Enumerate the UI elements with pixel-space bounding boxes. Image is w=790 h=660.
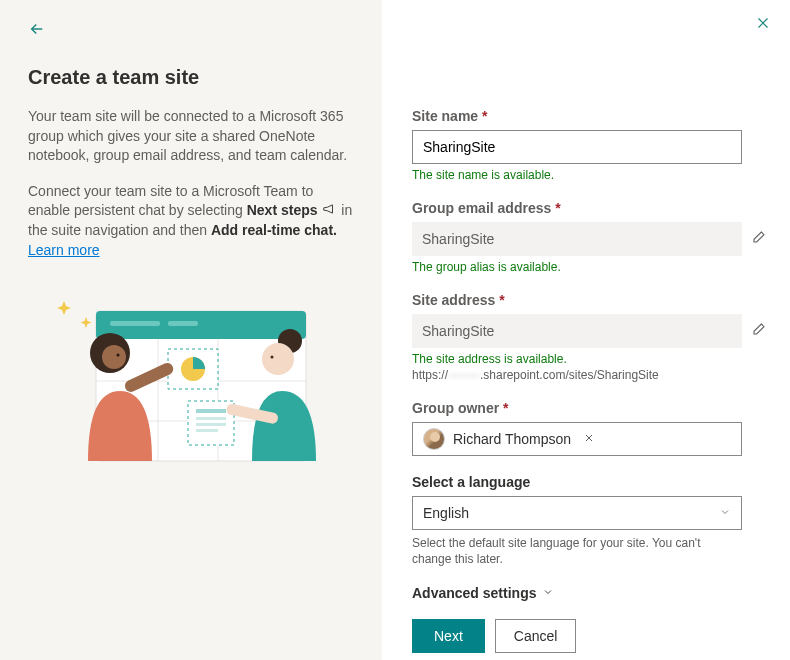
language-label: Select a language	[412, 474, 766, 490]
field-site-name: Site name * The site name is available.	[412, 108, 766, 182]
edit-site-address-button[interactable]	[750, 322, 766, 341]
avatar	[423, 428, 445, 450]
svg-rect-13	[196, 423, 226, 426]
next-button[interactable]: Next	[412, 619, 485, 653]
language-help: Select the default site language for you…	[412, 536, 742, 567]
group-email-label: Group email address *	[412, 200, 766, 216]
button-row: Next Cancel	[412, 619, 766, 653]
page-title: Create a team site	[28, 66, 354, 89]
site-address-value: SharingSite	[412, 314, 742, 348]
group-owner-label: Group owner *	[412, 400, 766, 416]
field-group-email: Group email address * SharingSite The gr…	[412, 200, 766, 274]
svg-rect-3	[168, 321, 198, 326]
back-button[interactable]	[28, 20, 48, 40]
field-site-address: Site address * SharingSite The site addr…	[412, 292, 766, 382]
group-email-validation: The group alias is available.	[412, 260, 766, 274]
illustration	[28, 291, 338, 481]
chevron-down-icon	[542, 585, 554, 601]
intro-paragraph-2: Connect your team site to a Microsoft Te…	[28, 182, 354, 261]
site-name-label: Site name *	[412, 108, 766, 124]
site-address-label: Site address *	[412, 292, 766, 308]
svg-point-16	[102, 345, 126, 369]
form-pane: Site name * The site name is available. …	[382, 0, 790, 660]
group-email-value: SharingSite	[412, 222, 742, 256]
owner-name: Richard Thompson	[453, 431, 571, 447]
intro-paragraph-1: Your team site will be connected to a Mi…	[28, 107, 354, 166]
site-name-input[interactable]	[412, 130, 742, 164]
owner-picker[interactable]: Richard Thompson	[412, 422, 742, 456]
cancel-button[interactable]: Cancel	[495, 619, 577, 653]
svg-rect-2	[110, 321, 160, 326]
site-address-validation: The site address is available.	[412, 352, 766, 366]
site-address-url: https://--------.sharepoint.com/sites/Sh…	[412, 368, 766, 382]
field-group-owner: Group owner * Richard Thompson	[412, 400, 766, 456]
svg-point-20	[262, 343, 294, 375]
edit-group-email-button[interactable]	[750, 230, 766, 249]
chevron-down-icon	[719, 505, 731, 521]
info-pane: Create a team site Your team site will b…	[0, 0, 382, 660]
svg-rect-12	[196, 417, 226, 420]
language-select[interactable]: English	[412, 496, 742, 530]
svg-rect-14	[196, 429, 218, 432]
remove-owner-button[interactable]	[583, 431, 595, 447]
megaphone-icon	[321, 202, 337, 222]
field-language: Select a language English Select the def…	[412, 474, 766, 567]
close-button[interactable]	[754, 14, 772, 35]
site-name-validation: The site name is available.	[412, 168, 766, 182]
advanced-settings-toggle[interactable]: Advanced settings	[412, 585, 766, 601]
svg-rect-11	[196, 409, 226, 413]
svg-point-17	[116, 353, 119, 356]
learn-more-link[interactable]: Learn more	[28, 242, 100, 258]
svg-point-21	[271, 355, 274, 358]
